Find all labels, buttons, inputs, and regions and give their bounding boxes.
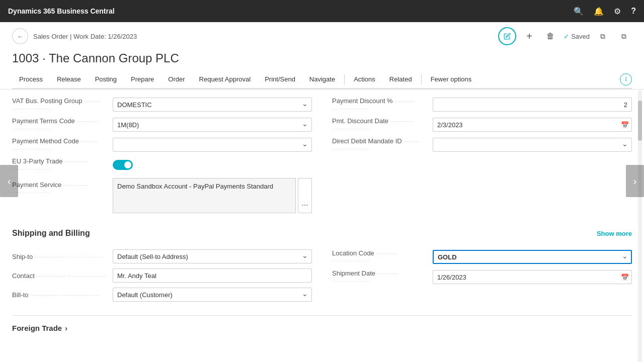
location-code-select[interactable]: GOLD [433,250,632,264]
menu-fewer-options[interactable]: Fewer options [424,70,479,89]
vat-bus-posting-group-label: VAT Bus. Posting Group ··········· [12,97,113,112]
menu-release[interactable]: Release [50,70,88,89]
ship-to-select-wrapper[interactable]: Default (Sell-to Address) [113,249,312,263]
bill-to-label: Bill-to ··················· [12,291,113,299]
back-button[interactable]: ← [12,28,28,44]
payment-terms-code-row: Payment Terms Code ·············· 1M(8D) [12,115,312,135]
bill-to-select[interactable]: Default (Customer) [113,288,312,302]
payment-discount-pct-row: Payment Discount % ············· [332,95,632,115]
ship-to-row: Ship-to ··················· Default (Sel… [12,247,312,266]
topbar-right: 🔍 🔔 ⚙ ? [574,7,636,16]
payment-terms-code-select[interactable]: 1M(8D) [113,118,312,132]
vat-bus-posting-group-row: VAT Bus. Posting Group ··········· DOMES… [12,95,312,115]
location-code-select-wrapper[interactable]: GOLD [433,250,632,264]
collapse-button[interactable]: ⧉ [616,28,632,44]
page-title: 1003 · The Cannon Group PLC [12,48,632,70]
shipping-billing-form-left: Ship-to ··················· Default (Sel… [12,247,312,304]
pmt-discount-date-wrapper[interactable] [433,118,632,132]
prev-record-button[interactable]: ‹ [0,165,18,197]
menu-divider-2 [421,74,422,84]
payment-discount-pct-input[interactable] [433,98,632,112]
settings-icon[interactable]: ⚙ [614,7,621,16]
vat-bus-posting-group-select-wrapper[interactable]: DOMESTIC [113,98,312,112]
edit-button[interactable] [498,27,516,45]
direct-debit-mandate-select-wrapper[interactable] [433,138,632,152]
delete-button[interactable]: 🗑 [542,28,558,44]
payment-terms-code-label: Payment Terms Code ·············· [12,117,113,132]
pmt-discount-date-row: Pmt. Discount Date ··············· [332,115,632,135]
notification-icon[interactable]: 🔔 [594,7,604,16]
ship-to-select[interactable]: Default (Sell-to Address) [113,249,312,263]
add-button[interactable]: + [521,28,537,44]
menu-process[interactable]: Process [12,70,50,89]
menu-navigate[interactable]: Navigate [302,70,342,89]
payment-method-code-select-wrapper[interactable] [113,138,312,152]
show-more-link[interactable]: Show more [597,230,632,237]
shipment-date-wrapper[interactable] [433,270,632,284]
page-header: ← Sales Order | Work Date: 1/26/2023 + 🗑… [0,22,644,89]
direct-debit-mandate-row: Direct Debit Mandate ID ·········· [332,135,632,155]
main-content: VAT Bus. Posting Group ··········· DOMES… [0,89,644,361]
search-icon[interactable]: 🔍 [574,7,584,16]
payment-service-box: Demo Sandbox Account - PayPal Payments S… [113,178,296,213]
menu-related[interactable]: Related [382,70,419,89]
shipping-billing-form-grid: Ship-to ··················· Default (Sel… [12,242,632,309]
menu-actions[interactable]: Actions [347,70,382,89]
eu-3party-trade-toggle[interactable] [113,160,133,170]
payment-service-actions: ··· [298,178,312,213]
breadcrumb-left: ← Sales Order | Work Date: 1/26/2023 [12,28,137,44]
pmt-discount-date-input[interactable] [433,118,632,132]
foreign-trade-heading[interactable]: Foreign Trade › [12,316,632,336]
payment-method-code-label: Payment Method Code ··········· [12,137,113,152]
menu-request-approval[interactable]: Request Approval [192,70,258,89]
topbar-left: Dynamics 365 Business Central [8,7,115,15]
menu-divider [344,74,345,84]
scrollbar-track [638,90,642,362]
shipment-date-row: Shipment Date ·············· [332,267,632,287]
payment-service-label: Payment Service ················ [12,178,113,196]
payment-service-row: Payment Service ················ Demo Sa… [12,175,312,216]
direct-debit-mandate-select[interactable] [433,138,632,152]
payment-service-wrapper: Demo Sandbox Account - PayPal Payments S… [113,178,312,213]
payment-discount-pct-label: Payment Discount % ············· [332,97,433,112]
payment-method-code-select[interactable] [113,138,312,152]
saved-status: Saved [564,33,590,40]
bill-to-row: Bill-to ··················· Default (Cus… [12,285,312,304]
menu-print-send[interactable]: Print/Send [258,70,302,89]
shipping-billing-title: Shipping and Billing [12,229,90,238]
vat-bus-posting-group-select[interactable]: DOMESTIC [113,98,312,112]
contact-row: Contact ··················· [12,266,312,285]
info-button[interactable]: i [620,73,632,85]
ship-to-label: Ship-to ··················· [12,253,113,260]
payment-method-code-row: Payment Method Code ··········· [12,135,312,155]
bill-to-select-wrapper[interactable]: Default (Customer) [113,288,312,302]
breadcrumb: Sales Order | Work Date: 1/26/2023 [33,33,137,40]
contact-input[interactable] [113,268,312,283]
contact-label: Contact ··················· [12,272,113,280]
breadcrumb-actions: + 🗑 Saved ⧉ ⧉ [498,27,632,45]
help-icon[interactable]: ? [631,7,636,16]
payment-terms-code-select-wrapper[interactable]: 1M(8D) [113,118,312,132]
shipping-billing-heading: Shipping and Billing Show more [12,221,632,242]
topbar: Dynamics 365 Business Central 🔍 🔔 ⚙ ? [0,0,644,22]
menu-prepare[interactable]: Prepare [124,70,161,89]
location-code-label: Location Code ·············· [332,249,433,264]
menubar: Process Release Posting Prepare Order Re… [12,70,632,89]
payment-form-left: VAT Bus. Posting Group ··········· DOMES… [12,95,312,216]
shipment-date-input[interactable] [433,270,632,284]
next-record-button[interactable]: › [626,165,644,197]
menu-order[interactable]: Order [161,70,192,89]
menu-posting[interactable]: Posting [88,70,124,89]
shipping-billing-form-right: Location Code ·············· GOLD Shipme… [332,247,632,304]
foreign-trade-title: Foreign Trade [12,324,62,332]
breadcrumb-row: ← Sales Order | Work Date: 1/26/2023 + 🗑… [12,27,632,45]
payment-service-more-button[interactable]: ··· [301,201,308,210]
location-code-row: Location Code ·············· GOLD [332,247,632,267]
open-in-window-button[interactable]: ⧉ [595,28,611,44]
payment-service-value: Demo Sandbox Account - PayPal Payments S… [117,183,273,190]
eu-3party-trade-label: EU 3-Party Trade ················ [12,157,113,172]
scrollbar-thumb[interactable] [638,101,642,141]
direct-debit-mandate-label: Direct Debit Mandate ID ·········· [332,137,433,152]
eu-3party-trade-row: EU 3-Party Trade ················ [12,155,312,175]
shipment-date-label: Shipment Date ·············· [332,269,433,285]
